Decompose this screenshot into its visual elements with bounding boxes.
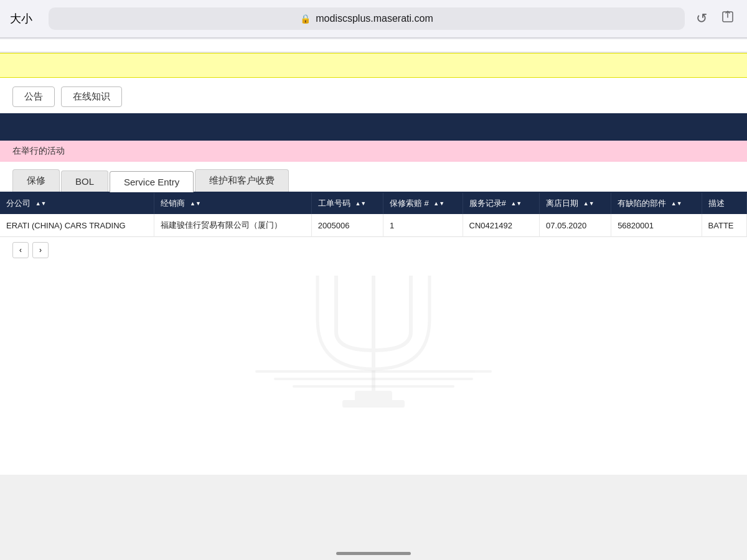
prev-page-button[interactable]: ‹ [12, 242, 29, 258]
pagination-row: ‹ › [0, 237, 747, 263]
table-header: 分公司 ▲▼ 经销商 ▲▼ 工单号码 ▲▼ 保修索赔 # ▲▼ [0, 193, 747, 214]
cell-defect-part: 56820001 [611, 214, 702, 237]
maserati-watermark [280, 269, 467, 431]
lock-icon: 🔒 [300, 14, 311, 24]
sort-icon-subsidiary[interactable]: ▲▼ [35, 201, 47, 207]
knowledge-button[interactable]: 在线知识 [61, 86, 122, 107]
pink-row-text: 在举行的活动 [12, 146, 65, 157]
nav-spacer [0, 39, 747, 48]
decoration-line-1 [255, 370, 492, 373]
announcement-button[interactable]: 公告 [12, 86, 55, 107]
sort-icon-defect[interactable]: ▲▼ [671, 201, 682, 207]
sort-icon-service[interactable]: ▲▼ [510, 201, 522, 207]
sort-icon-claim[interactable]: ▲▼ [433, 201, 444, 207]
cell-dealer: 福建骏佳行贸易有限公司（厦门） [154, 214, 311, 237]
url-text: modiscsplus.maserati.com [316, 13, 433, 24]
cell-description: BATTE [702, 214, 746, 237]
cell-service-record: CN0421492 [463, 214, 540, 237]
share-button[interactable] [718, 10, 737, 27]
col-dealer[interactable]: 经销商 ▲▼ [154, 193, 311, 214]
reload-button[interactable]: ↺ [692, 11, 711, 27]
col-description[interactable]: 描述 [702, 193, 746, 214]
browser-left-text: 大小 [10, 11, 41, 26]
tab-service-entry[interactable]: Service Entry [110, 171, 194, 192]
tab-warranty[interactable]: 保修 [12, 169, 60, 192]
col-service-record[interactable]: 服务记录# ▲▼ [463, 193, 540, 214]
sort-icon-dealer[interactable]: ▲▼ [190, 201, 201, 207]
decoration-line-2 [274, 378, 473, 380]
cell-order-no: 2005006 [311, 214, 383, 237]
tab-maintenance[interactable]: 维护和客户收费 [195, 169, 289, 192]
button-row: 公告 在线知识 [0, 78, 747, 113]
service-entry-table: 分公司 ▲▼ 经销商 ▲▼ 工单号码 ▲▼ 保修索赔 # ▲▼ [0, 193, 747, 237]
tabs-row: 保修 BOL Service Entry 维护和客户收费 [0, 162, 747, 193]
bottom-lines-decoration [255, 370, 492, 388]
svg-rect-2 [342, 400, 405, 408]
home-indicator [336, 552, 411, 555]
address-bar[interactable]: 🔒 modiscsplus.maserati.com [49, 7, 685, 30]
sort-icon-order[interactable]: ▲▼ [355, 201, 366, 207]
col-subsidiary[interactable]: 分公司 ▲▼ [0, 193, 154, 214]
watermark-area [0, 263, 747, 437]
table-body: ERATI (CHINA) CARS TRADING 福建骏佳行贸易有限公司（厦… [0, 214, 747, 237]
pink-row: 在举行的活动 [0, 141, 747, 162]
yellow-banner [0, 53, 747, 78]
col-claim-no[interactable]: 保修索赔 # ▲▼ [383, 193, 463, 214]
browser-chrome: 大小 🔒 modiscsplus.maserati.com ↺ [0, 0, 747, 38]
cell-claim-no: 1 [383, 214, 463, 237]
col-defect-part[interactable]: 有缺陷的部件 ▲▼ [611, 193, 702, 214]
table-wrapper: 分公司 ▲▼ 经销商 ▲▼ 工单号码 ▲▼ 保修索赔 # ▲▼ [0, 193, 747, 237]
next-page-button[interactable]: › [32, 242, 49, 258]
browser-toolbar: 大小 🔒 modiscsplus.maserati.com ↺ [0, 0, 747, 37]
col-departure-date[interactable]: 离店日期 ▲▼ [540, 193, 611, 214]
sort-icon-date[interactable]: ▲▼ [583, 201, 594, 207]
table-row[interactable]: ERATI (CHINA) CARS TRADING 福建骏佳行贸易有限公司（厦… [0, 214, 747, 237]
section-header [0, 113, 747, 141]
decoration-line-3 [293, 385, 454, 388]
cell-departure-date: 07.05.2020 [540, 214, 611, 237]
page-content: 公告 在线知识 在举行的活动 保修 BOL Service Entry 维护和客… [0, 39, 747, 475]
cell-subsidiary: ERATI (CHINA) CARS TRADING [0, 214, 154, 237]
tab-bol[interactable]: BOL [61, 170, 108, 192]
col-order-no[interactable]: 工单号码 ▲▼ [311, 193, 383, 214]
